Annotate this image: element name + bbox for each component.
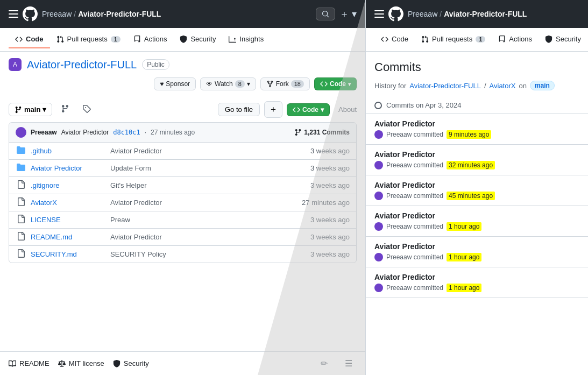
list-item: Aviator PredictorPreeaaw committed 1 hou…	[366, 267, 588, 298]
table-row: AviatorXAviator Predictor27 minutes ago	[9, 194, 356, 211]
file-message: Git's Helper	[110, 181, 306, 189]
tab-actions[interactable]: Actions	[127, 31, 174, 48]
right-tab-actions[interactable]: Actions	[492, 31, 539, 48]
tab-security[interactable]: Security	[173, 31, 222, 48]
folder-icon	[16, 146, 26, 156]
code-dropdown-button[interactable]: Code ▾	[287, 103, 330, 116]
branch-bar: main ▾ Go to file ＋ Code ▾ About	[0, 97, 365, 122]
repo-header: A Aviator-Predictor-FULL Public	[0, 52, 365, 75]
commit-item-title[interactable]: Aviator Predictor	[374, 273, 579, 281]
list-item: Aviator PredictorPreeaaw committed 9 min…	[366, 114, 588, 145]
right-header: Preeaaw / Aviator-Predictor-FULL	[366, 0, 588, 28]
right-breadcrumb-repo[interactable]: Aviator-Predictor-FULL	[444, 10, 527, 18]
file-icon	[16, 180, 26, 190]
history-file-link[interactable]: AviatorX	[490, 82, 516, 90]
heart-icon: ♥	[160, 80, 164, 88]
action-buttons-bar: ♥ Sponsor 👁 Watch 8 ▾ Fork 18 Code ▾	[0, 75, 365, 97]
file-message: Aviator Predictor	[110, 233, 306, 241]
file-name[interactable]: AviatorX	[31, 199, 106, 207]
left-header: Preeaaw / Aviator-Predictor-FULL ＋ ▾	[0, 0, 365, 28]
file-time: 27 minutes ago	[302, 199, 350, 207]
file-name[interactable]: Aviator Predictor	[31, 164, 106, 172]
commit-relative-time: 27 minutes ago	[151, 129, 195, 136]
list-item: Aviator PredictorPreeaaw committed 32 mi…	[366, 145, 588, 175]
right-hamburger-menu[interactable]	[374, 10, 384, 18]
commit-meta-text: Preeaaw committed	[386, 131, 443, 138]
hamburger-menu[interactable]	[9, 10, 18, 18]
table-row: .gitignoreGit's Helper3 weeks ago	[9, 177, 356, 194]
history-repo-link[interactable]: Aviator-Predictor-FULL	[409, 82, 481, 90]
tags-icon-button[interactable]	[78, 102, 95, 117]
commit-time-highlight: 32 minutes ago	[447, 161, 495, 169]
eye-icon: 👁	[206, 80, 212, 88]
commit-item-title[interactable]: Aviator Predictor	[374, 211, 579, 220]
file-name[interactable]: README.md	[31, 233, 106, 241]
commit-item-title[interactable]: Aviator Predictor	[374, 181, 579, 189]
list-item: Aviator PredictorPreeaaw committed 45 mi…	[366, 175, 588, 206]
breadcrumb-user[interactable]: Preeaaw	[42, 10, 72, 18]
tab-insights[interactable]: Insights	[222, 31, 270, 48]
new-item-button[interactable]: ＋ ▾	[339, 8, 357, 20]
file-name[interactable]: LICENSE	[31, 216, 106, 224]
license-footer-item[interactable]: MIT license	[58, 359, 104, 367]
edit-button[interactable]: ✏	[316, 356, 332, 371]
right-breadcrumb: Preeaaw / Aviator-Predictor-FULL	[408, 10, 527, 18]
repo-title[interactable]: Aviator-Predictor-FULL	[27, 59, 137, 71]
commit-item-title[interactable]: Aviator Predictor	[374, 150, 579, 159]
branches-icon-button[interactable]	[56, 102, 74, 117]
right-tab-pull-requests[interactable]: Pull requests 1	[415, 31, 492, 48]
add-file-button[interactable]: ＋	[264, 101, 282, 118]
sponsor-button[interactable]: ♥ Sponsor	[154, 77, 196, 90]
right-tab-code[interactable]: Code	[374, 31, 415, 48]
table-row: LICENSEPreaw3 weeks ago	[9, 211, 356, 229]
visibility-badge: Public	[142, 59, 169, 70]
branch-tag: main	[530, 81, 555, 90]
fork-count: 18	[291, 80, 304, 88]
file-name[interactable]: .gitignore	[31, 181, 106, 189]
right-pr-badge: 1	[476, 36, 485, 43]
watch-button[interactable]: 👁 Watch 8 ▾	[200, 77, 256, 90]
repo-avatar: A	[9, 58, 22, 71]
branch-chevron-icon: ▾	[42, 105, 46, 114]
commit-time-highlight: 1 hour ago	[447, 284, 481, 292]
branch-selector[interactable]: main ▾	[9, 103, 52, 116]
commit-user-icon	[374, 253, 383, 261]
table-row: .githubAviator Predictor3 weeks ago	[9, 143, 356, 160]
tab-pull-requests[interactable]: Pull requests 1	[50, 31, 127, 48]
file-message: SECURITY Policy	[110, 250, 306, 258]
commit-item-title[interactable]: Aviator Predictor	[374, 119, 579, 128]
commit-author-avatar	[16, 127, 26, 138]
readme-footer-item[interactable]: README	[9, 359, 49, 367]
go-to-file-button[interactable]: Go to file	[218, 103, 260, 116]
fork-button[interactable]: Fork 18	[260, 77, 310, 90]
right-github-logo	[388, 6, 403, 22]
list-button[interactable]: ☰	[341, 356, 357, 371]
file-time: 3 weeks ago	[310, 233, 350, 241]
table-row: Aviator PredictorUpdate Form3 weeks ago	[9, 160, 356, 177]
commit-meta-text: Preeaaw committed	[386, 161, 443, 169]
file-rows: .githubAviator Predictor3 weeks agoAviat…	[9, 143, 356, 263]
commit-time-highlight: 9 minutes ago	[447, 130, 491, 139]
file-table: Preeaaw Aviator Predictor d8c10c1 · 27 m…	[9, 122, 357, 263]
commits-count[interactable]: 1,231 Commits	[294, 129, 350, 136]
commit-author-name[interactable]: Preeaaw	[31, 129, 57, 136]
right-tab-security[interactable]: Security	[539, 31, 587, 48]
commit-hash[interactable]: d8c10c1	[113, 129, 140, 136]
security-footer-item[interactable]: Security	[113, 359, 149, 367]
file-time: 3 weeks ago	[310, 216, 350, 224]
breadcrumb-repo[interactable]: Aviator-Predictor-FULL	[78, 10, 161, 18]
right-nav-tabs: Code Pull requests 1 Actions Security	[366, 28, 588, 52]
commit-user-icon	[374, 192, 383, 200]
table-row: README.mdAviator Predictor3 weeks ago	[9, 229, 356, 246]
code-button[interactable]: Code ▾	[314, 77, 357, 90]
commit-item-meta: Preeaaw committed 45 minutes ago	[374, 192, 579, 200]
right-breadcrumb-user[interactable]: Preeaaw	[408, 10, 437, 18]
file-name[interactable]: SECURITY.md	[31, 250, 106, 258]
search-button[interactable]	[316, 8, 335, 20]
tab-code[interactable]: Code	[9, 31, 50, 48]
commit-item-title[interactable]: Aviator Predictor	[374, 242, 579, 251]
left-nav-tabs: Code Pull requests 1 Actions Security In…	[0, 28, 365, 52]
file-name[interactable]: .github	[31, 147, 106, 155]
commit-meta-text: Preeaaw committed	[386, 284, 443, 292]
commit-time-highlight: 1 hour ago	[447, 253, 481, 261]
